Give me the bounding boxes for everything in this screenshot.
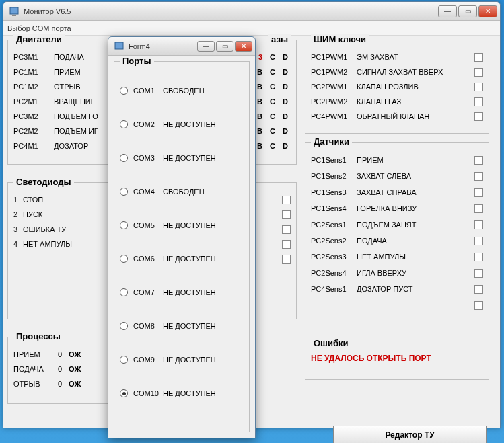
titlebar[interactable]: Монитор V6.5 — ▭ ✕ — [3, 2, 500, 21]
port-radio-row[interactable]: COM4СВОБОДЕН — [120, 175, 244, 208]
sensor-checkbox[interactable] — [474, 204, 483, 213]
phase-letters: B C D — [257, 142, 291, 150]
sensor-row: PC1Sens4ГОРЕЛКА ВНИЗУ — [311, 200, 483, 216]
port-radio[interactable] — [120, 188, 128, 196]
led-checkbox[interactable] — [282, 240, 291, 249]
sensor-row: PC1Sens1ПРИЕМ — [311, 152, 483, 168]
group-errors: Ошибки НЕ УДАЛОСЬ ОТКРЫТЬ ПОРТ — [305, 344, 489, 380]
port-radio[interactable] — [120, 288, 128, 296]
pwm-row: PC4PWM1ОБРАТНЫЙ КЛАПАН — [311, 109, 483, 124]
sensor-checkbox[interactable] — [474, 156, 483, 165]
pwm-code: PC2PWM1 — [311, 83, 357, 91]
dialog-icon — [114, 41, 124, 52]
maximize-button[interactable]: ▭ — [458, 5, 477, 17]
phase-letters: B C D — [257, 68, 291, 76]
sensor-code: PC4Sens1 — [311, 285, 357, 293]
pwm-code: PC2PWM2 — [311, 97, 357, 106]
port-radio[interactable] — [120, 356, 128, 364]
led-checkbox[interactable] — [282, 196, 291, 204]
sensor-checkbox[interactable] — [474, 188, 483, 197]
sensor-checkbox[interactable] — [474, 172, 483, 181]
legend-pwm: ШИМ ключи — [311, 34, 369, 44]
port-radio-row[interactable]: COM8НЕ ДОСТУПЕН — [120, 309, 244, 343]
sensor-checkbox[interactable] — [474, 253, 483, 261]
port-code: COM4 — [133, 188, 163, 196]
sensor-row: PC4Sens1ДОЗАТОР ПУСТ — [311, 281, 483, 297]
led-index: 4 — [13, 240, 23, 248]
engine-code: PC2M1 — [13, 97, 54, 106]
sensor-row: PC1Sens3ЗАХВАТ СПРАВА — [311, 184, 483, 200]
port-radio-row[interactable]: COM9НЕ ДОСТУПЕН — [120, 343, 244, 376]
sensor-code: PC2Sens2 — [311, 237, 357, 245]
sensor-checkbox[interactable] — [474, 220, 483, 229]
group-pwm: ШИМ ключи PC1PWM1ЭМ ЗАХВАТPC1PWM2СИГНАЛ … — [305, 40, 489, 134]
sensor-checkbox[interactable] — [474, 285, 483, 294]
pwm-checkbox[interactable] — [474, 68, 483, 77]
dialog-maximize-button[interactable]: ▭ — [216, 41, 233, 52]
engine-code: PC1M2 — [13, 83, 54, 91]
pwm-label: КЛАПАН ГАЗ — [357, 97, 474, 106]
sensor-label: НЕТ АМПУЛЫ — [357, 253, 474, 261]
sensor-checkbox[interactable] — [474, 269, 483, 278]
sensor-label: ПОДАЧА — [357, 237, 474, 245]
editor-tu-button[interactable]: Редактор ТУ — [333, 426, 487, 443]
pwm-code: PC1PWM2 — [311, 68, 357, 76]
dialog-titlebar[interactable]: Form4 — ▭ ✕ — [108, 37, 255, 56]
port-radio[interactable] — [120, 87, 128, 95]
sensor-row: PC1Sens2ЗАХВАТ СЛЕВА — [311, 168, 483, 184]
pwm-label: СИГНАЛ ЗАХВАТ ВВЕРХ — [357, 68, 474, 76]
port-radio-row[interactable]: COM2НЕ ДОСТУПЕН — [120, 108, 244, 141]
sensor-code: PC2Sens1 — [311, 220, 357, 229]
svg-rect-0 — [10, 7, 18, 14]
menu-item-comport[interactable]: Выбор COM порта — [7, 24, 71, 32]
port-radio[interactable] — [120, 154, 128, 162]
process-name: ПРИЕМ — [13, 350, 52, 358]
port-state: СВОБОДЕН — [163, 188, 205, 196]
dialog-minimize-button[interactable]: — — [197, 41, 215, 52]
window-title: Монитор V6.5 — [24, 7, 437, 15]
close-button[interactable]: ✕ — [478, 5, 497, 17]
led-checkbox[interactable] — [282, 225, 291, 234]
group-ports: Порты COM1СВОБОДЕНCOM2НЕ ДОСТУПЕНCOM3НЕ … — [114, 61, 250, 432]
legend-errors: Ошибки — [311, 338, 351, 348]
port-radio-row[interactable]: COM1СВОБОДЕН — [120, 74, 244, 108]
phase-letters: B C D — [257, 112, 291, 120]
port-radio[interactable] — [120, 322, 128, 330]
pwm-checkbox[interactable] — [474, 112, 483, 121]
led-checkbox[interactable] — [282, 255, 291, 264]
pwm-label: ОБРАТНЫЙ КЛАПАН — [357, 112, 474, 120]
legend-ports: Порты — [120, 56, 154, 66]
pwm-checkbox[interactable] — [474, 97, 483, 106]
port-code: COM3 — [133, 154, 163, 162]
process-state: ОЖ — [69, 350, 81, 358]
phase-letters: B C D — [257, 83, 291, 91]
sensor-checkbox[interactable] — [474, 301, 483, 310]
port-radio-row[interactable]: COM10НЕ ДОСТУПЕН — [120, 376, 244, 410]
dialog-body: Порты COM1СВОБОДЕНCOM2НЕ ДОСТУПЕНCOM3НЕ … — [108, 56, 255, 438]
port-state: НЕ ДОСТУПЕН — [163, 322, 216, 330]
port-code: COM8 — [133, 322, 163, 330]
port-code: COM6 — [133, 255, 163, 263]
pwm-checkbox[interactable] — [474, 53, 483, 62]
dialog-close-button[interactable]: ✕ — [235, 41, 252, 52]
port-radio[interactable] — [120, 120, 128, 128]
port-radio[interactable] — [120, 221, 128, 229]
sensor-checkbox[interactable] — [474, 237, 483, 245]
port-code: COM5 — [133, 221, 163, 229]
process-value: 0 — [52, 365, 62, 373]
port-radio[interactable] — [120, 255, 128, 263]
port-radio[interactable] — [120, 389, 128, 397]
sensor-label: ЗАХВАТ СПРАВА — [357, 188, 474, 196]
minimize-button[interactable]: — — [438, 5, 457, 17]
port-radio-row[interactable]: COM5НЕ ДОСТУПЕН — [120, 208, 244, 242]
pwm-code: PC1PWM1 — [311, 53, 357, 61]
port-radio-row[interactable]: COM6НЕ ДОСТУПЕН — [120, 242, 244, 276]
led-index: 2 — [13, 210, 23, 218]
port-radio-row[interactable]: COM3НЕ ДОСТУПЕН — [120, 141, 244, 175]
pwm-checkbox[interactable] — [474, 83, 483, 91]
sensor-label: ИГЛА ВВЕРХУ — [357, 269, 474, 277]
led-checkbox[interactable] — [282, 210, 291, 219]
port-code: COM9 — [133, 356, 163, 364]
port-radio-row[interactable]: COM7НЕ ДОСТУПЕН — [120, 276, 244, 309]
sensor-label: ПРИЕМ — [357, 156, 474, 164]
